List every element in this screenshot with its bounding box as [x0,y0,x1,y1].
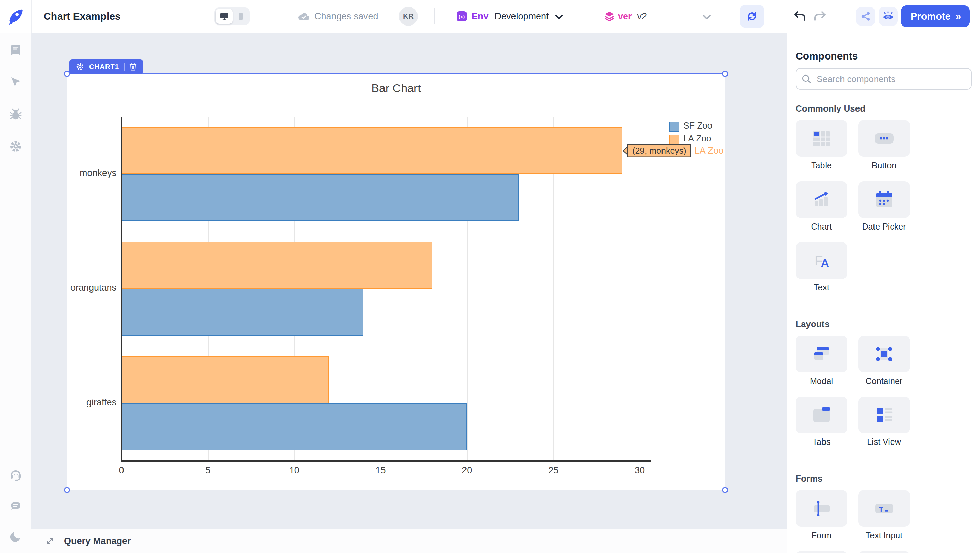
component-item-text-input[interactable]: T Text Input [858,490,910,540]
app-logo-rocket-icon[interactable] [5,6,26,27]
redo-button[interactable] [814,11,826,21]
component-item-tabs[interactable]: Tabs [795,397,847,447]
component-item-text[interactable]: F A Text [795,242,847,292]
refresh-button[interactable] [740,5,764,28]
header-divider [578,8,579,24]
bar-sf-zoo-giraffes[interactable] [121,404,467,450]
x-tick-label: 25 [540,465,567,476]
mobile-toggle-button[interactable] [233,12,248,21]
component-item-modal[interactable]: Modal [795,336,847,386]
button-icon [874,129,894,148]
bar-la-zoo-monkeys[interactable] [121,127,622,174]
component-tag[interactable]: CHART1 [69,59,143,74]
component-settings-gear-icon[interactable] [76,62,84,71]
query-manager-toggle[interactable]: Query Manager [31,529,229,553]
tooltip-text: (29, monkeys) [627,144,691,157]
version-selector[interactable]: ver v2 [605,0,647,33]
component-item-container[interactable]: Container [858,336,910,386]
double-chevron-right-icon: » [956,11,961,22]
legend-swatch-sf-zoo[interactable] [669,122,679,132]
desktop-toggle-button[interactable] [216,9,233,24]
component-item-list-view[interactable]: List View [858,397,910,447]
resize-handle-top-left[interactable] [64,71,70,77]
settings-gear-icon[interactable] [10,140,22,153]
app-builder: Chart Examples Changes saved KR [0,0,980,553]
bar-la-zoo-orangutans[interactable] [121,242,433,289]
container-icon [874,345,894,363]
component-item-button[interactable]: Button [858,120,910,170]
component-search[interactable] [795,68,972,90]
mobile-icon [238,12,243,21]
y-category-label: orangutans [67,283,116,293]
promote-label: Promote [911,11,951,22]
debug-icon[interactable] [10,108,22,121]
eye-icon [882,11,894,21]
legend-label-sf-zoo[interactable]: SF Zoo [683,121,712,131]
undo-button[interactable] [794,11,806,21]
selected-chart-component[interactable]: CHART1 Bar Chart051015202530monkeysorang… [67,73,725,490]
form-icon [811,500,832,517]
app-title: Chart Examples [43,0,121,33]
env-chevron-down-icon[interactable] [555,14,563,20]
avatar[interactable]: KR [399,7,418,26]
version-chevron-down-icon[interactable] [702,14,711,20]
desktop-icon [220,12,229,21]
components-panel: Components Commonly Used Table [787,33,980,553]
bar-la-zoo-giraffes[interactable] [121,356,329,404]
bar-sf-zoo-monkeys[interactable] [121,174,519,221]
support-icon[interactable] [10,469,22,481]
dark-mode-moon-icon[interactable] [10,531,22,543]
section-label: Forms [795,474,972,484]
version-label: ver [618,11,632,22]
save-status: Changes saved [298,0,379,33]
bar-chart[interactable]: Bar Chart051015202530monkeysorangutansgi… [67,74,725,490]
component-item-chart[interactable]: Chart [795,181,847,232]
promote-button[interactable]: Promote » [901,5,970,27]
preview-button[interactable] [878,7,898,26]
save-status-text: Changes saved [314,11,379,22]
tag-divider [124,63,124,71]
search-input[interactable] [815,73,966,85]
x-tick-label: 30 [626,465,653,476]
legend-label-la-zoo[interactable]: LA Zoo [683,133,711,144]
section-label: Commonly Used [795,103,972,114]
resize-handle-bottom-left[interactable] [64,487,70,493]
x-tick-label: 10 [281,465,308,476]
search-icon [802,74,811,84]
chat-icon[interactable] [10,500,22,512]
legend-swatch-la-zoo[interactable] [669,135,679,145]
component-item-form[interactable]: Form [795,490,847,540]
resize-handle-top-right[interactable] [722,71,728,77]
cloud-check-icon [298,12,310,21]
version-layers-icon [605,11,614,22]
bottom-bar: Query Manager [31,529,787,553]
y-category-label: monkeys [67,168,116,178]
component-item-date-picker[interactable]: Date Picker [858,181,910,232]
component-item-number-input[interactable]: 1 Number Input [795,551,847,553]
date-picker-icon [875,191,894,208]
x-tick-label: 20 [453,465,480,476]
text-icon: F A [811,251,832,270]
component-item-password-input[interactable]: Password Input [858,551,910,553]
editor-canvas[interactable]: CHART1 Bar Chart051015202530monkeysorang… [31,33,787,553]
tooltip-series-name: LA Zoo [695,146,724,156]
delete-trash-icon[interactable] [129,62,137,71]
bar-sf-zoo-orangutans[interactable] [121,289,363,336]
device-toggle[interactable] [215,8,250,25]
expand-icon [45,536,55,546]
pages-icon[interactable] [10,43,22,56]
share-button[interactable] [856,7,875,26]
svg-text:T: T [879,506,883,513]
gridline [640,117,640,461]
pointer-icon[interactable] [10,76,22,88]
resize-handle-bottom-right[interactable] [722,487,728,493]
x-tick-label: 5 [194,465,221,476]
header: Chart Examples Changes saved KR [0,0,980,33]
env-label: Env [472,11,488,22]
component-item-table[interactable]: Table [795,120,847,170]
y-category-label: giraffes [67,397,116,408]
x-axis-line [121,461,651,462]
list-view-icon [875,406,894,424]
component-tag-label: CHART1 [89,63,119,71]
environment-selector[interactable]: (x) Env Development [457,0,549,33]
